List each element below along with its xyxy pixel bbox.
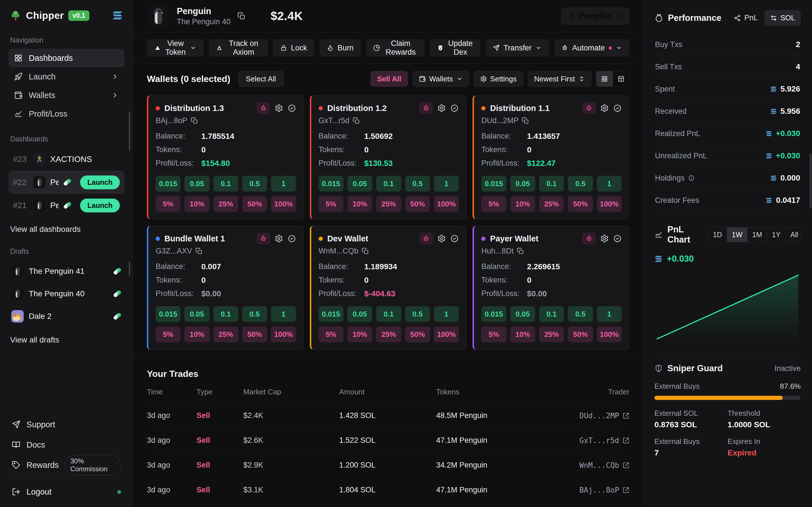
automation-bot-button[interactable] [419,102,433,114]
quick-buy-button[interactable]: 0.5 [405,176,430,191]
quick-sell-button[interactable]: 25% [213,196,238,212]
quick-sell-button[interactable]: 100% [597,327,622,342]
quick-buy-button[interactable]: 0.1 [213,176,238,191]
wallet-settings-gear-icon[interactable] [274,234,283,243]
sidebar-nav-item[interactable]: Launch [8,67,124,86]
quick-buy-button[interactable]: 1 [271,306,296,322]
quick-buy-button[interactable]: 0.015 [481,176,506,191]
settings-button[interactable]: Settings [474,71,523,87]
quick-buy-button[interactable]: 0.015 [156,306,181,322]
select-all-button[interactable]: Select All [238,71,284,87]
copy-icon[interactable] [522,117,529,124]
automation-bot-button[interactable] [582,102,596,114]
quick-sell-button[interactable]: 25% [539,327,564,342]
quick-buy-button[interactable]: 0.1 [539,306,564,322]
automation-bot-button[interactable] [257,102,270,114]
quick-buy-button[interactable]: 1 [434,306,459,322]
quick-buy-button[interactable]: 1 [597,176,622,191]
transfer-button[interactable]: Transfer [486,39,549,57]
quick-buy-button[interactable]: 0.05 [347,306,372,322]
quick-sell-button[interactable]: 50% [568,196,593,212]
wallet-settings-gear-icon[interactable] [600,104,609,112]
quick-buy-button[interactable]: 0.015 [481,306,506,322]
quick-buy-button[interactable]: 0.015 [319,176,343,191]
sell-all-button[interactable]: Sell All [370,71,408,87]
time-range-button[interactable]: 1D [708,228,727,242]
scrollbar-thumb[interactable] [810,154,811,209]
sidebar-nav-item[interactable]: Profit/Loss [8,105,124,123]
automation-bot-button[interactable] [582,233,596,244]
quick-sell-button[interactable]: 25% [376,196,401,212]
view-all-dashboards-link[interactable]: View all dashboards [10,225,123,234]
platform-dropdown[interactable]: PumpFun [561,8,629,24]
table-row[interactable]: 3d ago Sell $3.1K 1.804 SOL 47.1M Pengui… [147,478,629,503]
quick-sell-button[interactable]: 25% [213,327,238,342]
quick-buy-button[interactable]: 0.5 [242,306,267,322]
quick-sell-button[interactable]: 10% [347,196,372,212]
scrollbar-thumb[interactable] [129,112,130,151]
copy-icon[interactable] [362,247,369,255]
track-on-axiom-button[interactable]: Track on Axiom [209,39,268,57]
table-row[interactable]: 3d ago Sell $2.6K 1.522 SOL 47.1M Pengui… [147,428,629,453]
quick-sell-button[interactable]: 5% [319,196,343,212]
quick-buy-button[interactable]: 0.015 [319,306,343,322]
sidebar-item-support[interactable]: Support [8,414,124,435]
grid-view-button[interactable] [596,71,613,87]
sidebar-item-rewards[interactable]: Rewards 30% Commission [8,455,124,475]
quick-sell-button[interactable]: 10% [185,327,209,342]
quick-buy-button[interactable]: 0.5 [405,306,430,322]
time-range-button[interactable]: 1M [747,228,767,242]
launch-button[interactable]: Launch [80,199,120,212]
quick-buy-button[interactable]: 0.05 [185,176,209,191]
quick-sell-button[interactable]: 10% [510,327,535,342]
quick-buy-button[interactable]: 0.5 [568,176,593,191]
currency-toggle-button[interactable]: SOL [765,10,801,25]
quick-buy-button[interactable]: 0.5 [242,176,267,191]
launch-button[interactable]: Launch [80,175,120,189]
select-wallet-check-icon[interactable] [450,104,459,112]
quick-sell-button[interactable]: 5% [481,327,506,342]
quick-sell-button[interactable]: 10% [347,327,372,342]
quick-buy-button[interactable]: 1 [271,176,296,191]
solana-logo-icon[interactable] [112,10,123,21]
time-range-button[interactable]: 1Y [767,228,785,242]
update-dex-button[interactable]: Update Dex [430,39,480,57]
quick-sell-button[interactable]: 10% [510,196,535,212]
trade-trader-link[interactable]: WnM...CQb [579,461,629,469]
lock-button[interactable]: Lock [273,39,314,57]
quick-sell-button[interactable]: 50% [242,196,267,212]
quick-sell-button[interactable]: 5% [156,196,181,212]
quick-buy-button[interactable]: 0.1 [376,176,401,191]
quick-buy-button[interactable]: 0.1 [213,306,238,322]
trade-trader-link[interactable]: BAj...8oP [579,486,629,494]
sidebar-nav-item[interactable]: Dashboards [8,49,124,67]
quick-buy-button[interactable]: 0.1 [539,176,564,191]
quick-sell-button[interactable]: 50% [405,327,430,342]
quick-buy-button[interactable]: 0.05 [185,306,209,322]
quick-sell-button[interactable]: 100% [597,196,622,212]
automation-bot-button[interactable] [419,233,433,244]
claim-rewards-button[interactable]: Claim Rewards [366,39,424,57]
wallet-settings-gear-icon[interactable] [274,104,283,112]
pnl-share-button[interactable]: PnL [733,13,758,22]
copy-icon[interactable] [191,117,198,124]
quick-buy-button[interactable]: 0.1 [376,306,401,322]
table-row[interactable]: 3d ago Buy $2.4K 4.930 SOL 142.9M Pengui… [147,503,629,507]
quick-sell-button[interactable]: 5% [319,327,343,342]
quick-sell-button[interactable]: 25% [376,327,401,342]
copy-icon[interactable] [517,247,524,255]
quick-sell-button[interactable]: 50% [568,327,593,342]
quick-sell-button[interactable]: 50% [405,196,430,212]
time-range-button[interactable]: 1W [727,228,748,242]
quick-sell-button[interactable]: 5% [481,196,506,212]
quick-buy-button[interactable]: 0.015 [156,176,181,191]
info-icon[interactable] [688,175,695,181]
quick-sell-button[interactable]: 100% [271,196,296,212]
draft-list-item[interactable]: Dale 2 [8,305,124,328]
scrollbar-thumb[interactable] [129,262,130,276]
automate-button[interactable]: Automate [554,39,629,57]
wallets-dropdown[interactable]: Wallets [412,71,469,87]
copy-icon[interactable] [353,117,360,124]
wallet-settings-gear-icon[interactable] [600,234,609,243]
quick-buy-button[interactable]: 0.05 [347,176,372,191]
